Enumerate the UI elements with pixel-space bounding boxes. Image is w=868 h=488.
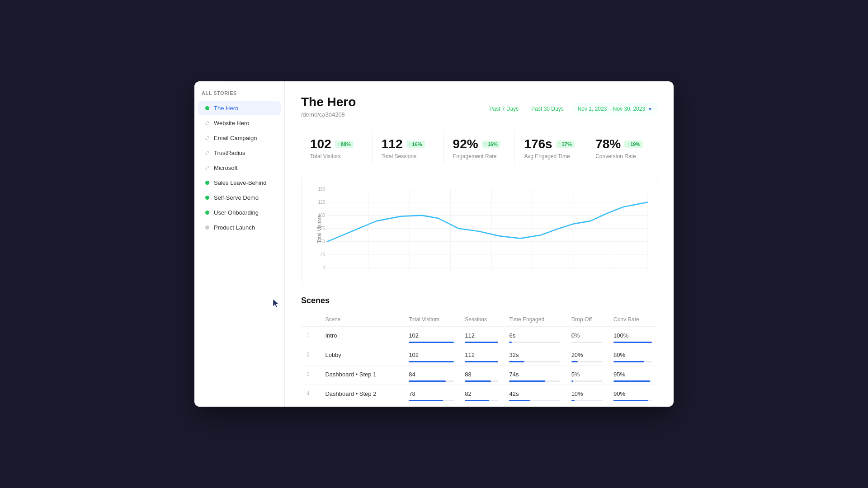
svg-text:25: 25: [321, 252, 326, 258]
cell-scene-num: 3: [301, 366, 320, 385]
cell-scene-name: Dashboard • Step 2: [320, 385, 403, 404]
stat-number: 176s: [524, 137, 552, 151]
sidebar-item-trust-radius[interactable]: TrustRadius: [198, 146, 281, 160]
up-arrow-icon: ↑: [559, 142, 561, 147]
chart-y-label: Total Visitors: [316, 215, 322, 243]
stat-engagement-rate: 92% ↑ 16% Engagement Rate: [444, 130, 515, 164]
sidebar-dot-product-launch: [205, 225, 209, 230]
stats-row: 102 ↑ 88% Total Visitors 112 ↑ 16% Total…: [301, 125, 657, 164]
stat-value-conversion-rate: 78% ↑ 19%: [595, 137, 648, 151]
progress-bar-fill: [409, 380, 446, 382]
progress-bar-fill: [465, 380, 491, 382]
svg-text:125: 125: [318, 199, 326, 205]
stat-total-visitors: 102 ↑ 88% Total Visitors: [301, 130, 373, 164]
cell-visitors: 102: [403, 327, 459, 346]
sidebar-dot-email-campaign: [205, 136, 209, 140]
sidebar-label-user-onboarding: User Onboarding: [214, 209, 259, 216]
cell-sessions: 112: [459, 346, 504, 366]
progress-bar-bg: [465, 361, 498, 362]
sidebar-dot-microsoft: [205, 166, 209, 170]
cell-drop-off: 10%: [566, 385, 608, 404]
date-range-label: Nov 1, 2023 – Nov 30, 2023: [578, 106, 645, 112]
progress-bar-bg: [465, 400, 498, 401]
cell-scene-name: Dashboard • Step 1: [320, 366, 403, 385]
table-row: 4Dashboard • Step 2788242s10%90%: [301, 385, 657, 404]
svg-text:0: 0: [323, 265, 326, 271]
progress-bar-fill: [509, 342, 512, 343]
stat-badge-total-visitors: ↑ 88%: [335, 141, 354, 148]
progress-bar-bg: [465, 342, 498, 343]
up-arrow-icon: ↑: [485, 142, 487, 147]
sidebar-item-email-campaign[interactable]: Email Campaign: [198, 131, 281, 145]
up-arrow-icon: ↑: [627, 142, 629, 147]
sidebar-item-product-launch[interactable]: Product Launch: [198, 221, 281, 235]
stat-badge-value: 16%: [412, 141, 422, 147]
cell-time-engaged: 74s: [504, 366, 566, 385]
cell-visitors: 102: [403, 346, 459, 366]
progress-bar-bg: [409, 400, 454, 401]
progress-bar-bg: [509, 361, 560, 362]
caret-down-icon: ▼: [648, 107, 652, 112]
stat-number: 102: [310, 137, 331, 151]
progress-bar-bg: [613, 361, 652, 362]
app-window: All Stories The HeroWebsite HeroEmail Ca…: [194, 81, 674, 407]
stat-value-avg-engaged-time: 176s ↑ 37%: [524, 137, 577, 151]
sidebar-item-user-onboarding[interactable]: User Onboarding: [198, 206, 281, 220]
cell-conv-rate: 90%: [608, 385, 657, 404]
cell-drop-off: 5%: [566, 366, 608, 385]
scenes-table: SceneTotal VisitorsSessionsTime EngagedD…: [301, 313, 657, 407]
sidebar-dot-website-hero: [205, 121, 209, 125]
stat-label-engagement-rate: Engagement Rate: [453, 153, 506, 160]
sidebar-dot-trust-radius: [205, 151, 209, 155]
progress-bar-bg: [571, 361, 603, 362]
cell-scene-name: Intro: [320, 327, 403, 346]
col-header-: [301, 313, 320, 327]
cell-visitors: 84: [403, 366, 459, 385]
cell-drop-off: 20%: [566, 346, 608, 366]
progress-bar-bg: [509, 380, 560, 382]
sidebar-label-website-hero: Website Hero: [214, 120, 250, 127]
sidebar-dot-sales-leave-behind: [205, 181, 209, 185]
progress-bar-fill: [509, 361, 524, 362]
cell-time-engaged: 32s: [504, 346, 566, 366]
sidebar-dot-the-hero: [205, 106, 209, 110]
stat-label-total-visitors: Total Visitors: [310, 153, 363, 160]
sidebar-item-self-serve-demo[interactable]: Self-Serve Demo: [198, 191, 281, 205]
past-30-days-btn[interactable]: Past 30 Days: [528, 104, 567, 114]
sidebar-dot-self-serve-demo: [205, 196, 209, 200]
stat-badge-value: 37%: [562, 141, 572, 147]
progress-bar-bg: [613, 342, 652, 343]
progress-bar-bg: [509, 342, 560, 343]
stat-badge-value: 19%: [630, 141, 640, 147]
stat-badge-value: 16%: [488, 141, 498, 147]
sidebar-item-the-hero[interactable]: The Hero: [198, 101, 281, 115]
stat-value-engagement-rate: 92% ↑ 16%: [453, 137, 506, 151]
progress-bar-fill: [571, 380, 573, 382]
progress-bar-fill: [409, 342, 454, 343]
col-header-total-visitors: Total Visitors: [403, 313, 459, 327]
cell-scene-num: 1: [301, 327, 320, 346]
sidebar-item-website-hero[interactable]: Website Hero: [198, 116, 281, 130]
progress-bar-fill: [571, 361, 578, 362]
sidebar-item-sales-leave-behind[interactable]: Sales Leave-Behind: [198, 176, 281, 190]
stat-conversion-rate: 78% ↑ 19% Conversion Rate: [586, 130, 657, 164]
date-range-picker[interactable]: Nov 1, 2023 – Nov 30, 2023 ▼: [573, 103, 657, 114]
sidebar-header: All Stories: [194, 90, 284, 101]
progress-bar-fill: [465, 342, 498, 343]
sidebar-item-microsoft[interactable]: Microsoft: [198, 161, 281, 175]
up-arrow-icon: ↑: [338, 142, 340, 147]
cell-time-engaged: 24s: [504, 404, 566, 407]
cell-scene-name: Lobby: [320, 346, 403, 366]
stat-label-total-sessions: Total Sessions: [382, 153, 434, 160]
cell-sessions: 54: [459, 404, 504, 407]
sidebar-label-email-campaign: Email Campaign: [214, 135, 257, 141]
col-header-sessions: Sessions: [459, 313, 504, 327]
progress-bar-fill: [571, 400, 575, 401]
cell-conv-rate: 80%: [608, 346, 657, 366]
stat-number: 78%: [595, 137, 621, 151]
cell-time-engaged: 6s: [504, 327, 566, 346]
stat-badge-conversion-rate: ↑ 19%: [624, 141, 643, 148]
progress-bar-fill: [613, 400, 648, 401]
stat-badge-avg-engaged-time: ↑ 37%: [556, 141, 575, 148]
past-7-days-btn[interactable]: Past 7 Days: [486, 104, 523, 114]
